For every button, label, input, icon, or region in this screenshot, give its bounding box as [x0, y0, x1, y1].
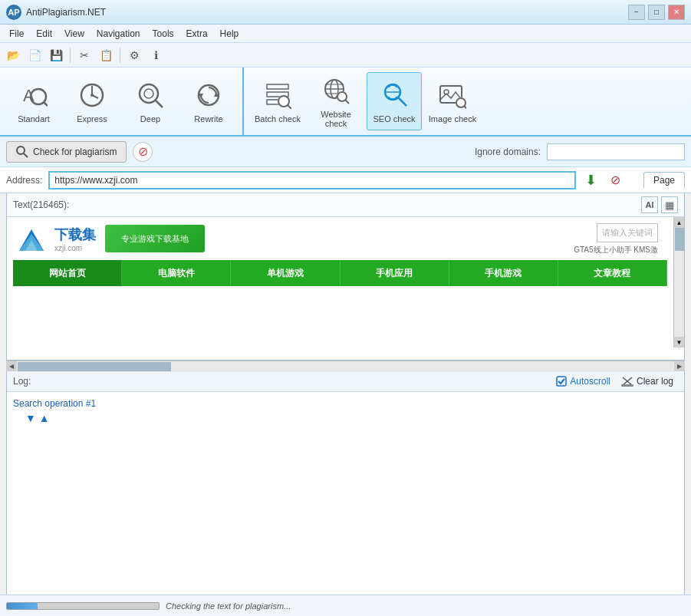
nav-articles[interactable]: 文章教程	[558, 260, 667, 286]
new-button[interactable]: 📄	[25, 46, 44, 64]
nav-mobile-games[interactable]: 手机游戏	[449, 260, 558, 286]
svg-rect-40	[557, 377, 566, 386]
log-content: Search operation #1 ▼ ▲	[7, 392, 684, 545]
site-search-box[interactable]: 请输入关键词	[597, 223, 658, 242]
express-label: Express	[77, 114, 107, 124]
menu-file[interactable]: File	[3, 27, 30, 41]
check-group-right: Batch check Website check	[244, 68, 480, 135]
svg-point-35	[17, 147, 25, 154]
menu-view[interactable]: View	[58, 27, 90, 41]
check-mode-seo[interactable]: SEO check	[367, 72, 422, 130]
check-plagiarism-button[interactable]: Check for plagiarism	[6, 141, 127, 163]
menu-help[interactable]: Help	[214, 27, 245, 41]
scroll-track[interactable]	[674, 228, 685, 337]
menu-tools[interactable]: Tools	[146, 27, 180, 41]
svg-line-8	[156, 100, 163, 107]
statusbar: Checking the text for plagiarism...	[0, 595, 691, 616]
toolbar: 📂 📄 💾 ✂ 📋 ⚙ ℹ	[0, 43, 691, 68]
nav-home[interactable]: 网站首页	[13, 260, 122, 286]
logo-svg	[13, 223, 50, 254]
menu-extra[interactable]: Extra	[180, 27, 214, 41]
menu-navigation[interactable]: Navigation	[90, 27, 146, 41]
check-group-left: A Standart Express	[6, 68, 244, 135]
stop-button[interactable]: ⊘	[133, 142, 153, 162]
small-nav-links: GTA5线上小助手 KMS激	[574, 245, 658, 255]
page-tab[interactable]: Page	[643, 172, 685, 188]
check-mode-image[interactable]: Image check	[425, 72, 480, 130]
scroll-left-button[interactable]: ◀	[6, 361, 17, 372]
toolbar-separator	[70, 48, 71, 63]
nav-mobile-apps[interactable]: 手机应用	[341, 260, 449, 286]
site-slogan: 专业游戏下载基地	[105, 225, 205, 252]
progress-bar-container	[6, 602, 160, 610]
check-mode-express[interactable]: Express	[64, 72, 120, 130]
nav-software[interactable]: 电脑软件	[122, 260, 231, 286]
scroll-thumb[interactable]	[675, 228, 684, 251]
log-arrow-down[interactable]: ▼	[25, 412, 36, 424]
close-button[interactable]: ✕	[668, 5, 685, 20]
addressbar: Address: ⬇ ⊘ Page	[0, 167, 691, 193]
check-mode-rewrite[interactable]: Rewrite	[181, 72, 236, 130]
url-input[interactable]	[48, 171, 576, 189]
site-logo-area: 下载集 xzji.com 专业游戏下载基地 请输入关键词 GTA5线上小助手 K…	[13, 223, 667, 254]
web-preview: 下载集 xzji.com 专业游戏下载基地 请输入关键词 GTA5线上小助手 K…	[7, 217, 684, 348]
ai-icon[interactable]: AI	[641, 196, 658, 213]
deep-icon	[134, 79, 166, 111]
h-scroll-thumb[interactable]	[18, 362, 171, 371]
log-label: Log:	[13, 376, 31, 387]
grid-icon[interactable]: ▦	[661, 196, 678, 213]
express-icon	[76, 79, 108, 111]
log-area: Log: Autoscroll Clear log Search operati	[6, 371, 685, 616]
horizontal-scrollbar: ◀ ▶	[6, 361, 685, 371]
open-button[interactable]: 📂	[3, 46, 23, 64]
svg-line-2	[44, 102, 48, 106]
restore-button[interactable]: □	[648, 5, 665, 20]
content-area: Text(216465): AI ▦	[6, 193, 685, 361]
site-domain: xzji.com	[54, 244, 96, 252]
seo-icon	[378, 79, 410, 111]
autoscroll-checkbox[interactable]: Autoscroll	[556, 376, 610, 387]
progress-bar-fill	[7, 603, 38, 609]
clear-log-label: Clear log	[637, 376, 673, 387]
scroll-down-button[interactable]: ▼	[674, 337, 685, 348]
site-name: 下载集	[54, 226, 96, 244]
ignore-domains-input[interactable]	[547, 143, 685, 160]
image-label: Image check	[429, 114, 476, 124]
cancel-nav-button[interactable]: ⊘	[607, 171, 625, 189]
download-button[interactable]: ⬇	[582, 171, 601, 189]
scroll-right-button[interactable]: ▶	[674, 361, 685, 372]
minimize-button[interactable]: −	[628, 5, 645, 20]
toolbar-separator2	[120, 48, 120, 63]
h-scroll-track[interactable]	[17, 361, 674, 372]
settings-button[interactable]: ⚙	[124, 46, 144, 64]
seo-label: SEO check	[373, 114, 415, 124]
check-mode-deep[interactable]: Deep	[123, 72, 178, 130]
check-mode-website[interactable]: Website check	[308, 72, 364, 130]
paste-button[interactable]: 📋	[96, 46, 116, 64]
svg-rect-43	[621, 384, 633, 387]
check-mode-batch[interactable]: Batch check	[250, 72, 305, 130]
ignore-domains-label: Ignore domains:	[475, 147, 541, 157]
clear-log-button[interactable]: Clear log	[617, 374, 678, 388]
svg-point-9	[144, 89, 153, 98]
log-arrow-up[interactable]: ▲	[39, 412, 50, 424]
standart-icon: A	[18, 79, 50, 111]
website-label: Website check	[309, 110, 363, 128]
site-logo: 下载集 xzji.com	[13, 223, 96, 254]
app-icon: AP	[6, 5, 21, 20]
checkbox-icon	[556, 376, 567, 387]
status-text: Checking the text for plagiarism...	[166, 601, 291, 611]
log-header: Log: Autoscroll Clear log	[7, 371, 684, 392]
info-button[interactable]: ℹ	[146, 46, 166, 64]
save-button[interactable]: 💾	[46, 46, 66, 64]
standart-label: Standart	[18, 114, 50, 124]
autoscroll-label: Autoscroll	[570, 376, 610, 387]
check-mode-standart[interactable]: A Standart	[6, 72, 61, 130]
log-arrows: ▼ ▲	[25, 412, 678, 424]
nav-singleplayer[interactable]: 单机游戏	[231, 260, 340, 286]
rewrite-icon	[192, 79, 225, 111]
menu-edit[interactable]: Edit	[30, 27, 58, 41]
svg-point-6	[90, 94, 94, 97]
cut-button[interactable]: ✂	[74, 46, 94, 64]
scroll-up-button[interactable]: ▲	[674, 217, 685, 228]
